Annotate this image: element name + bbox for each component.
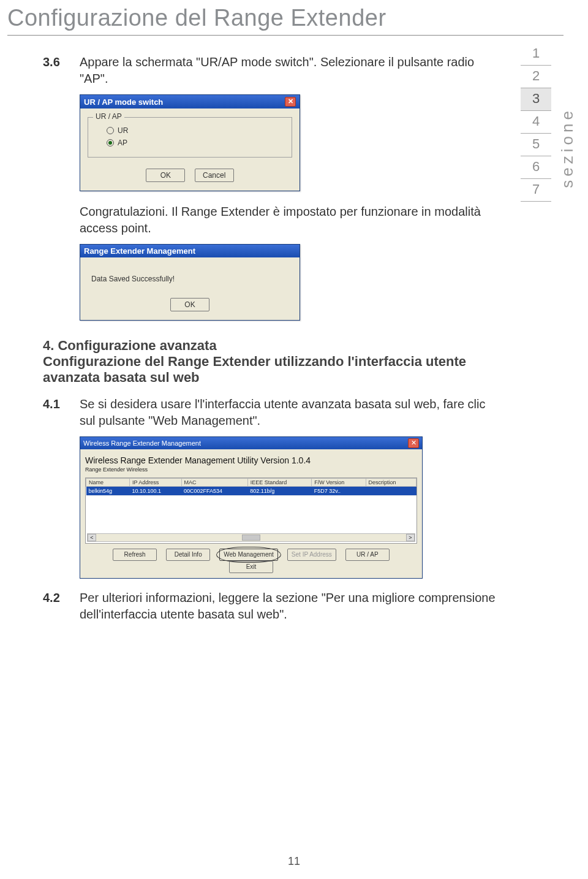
step-number: 3.6 bbox=[43, 54, 80, 87]
table-row[interactable]: belkin54g 10.10.100.1 00C002FFA534 802.1… bbox=[86, 486, 417, 495]
nav-4[interactable]: 4 bbox=[521, 111, 551, 134]
col-fw[interactable]: F/W Version bbox=[312, 478, 366, 486]
scroll-right-icon[interactable]: > bbox=[406, 534, 415, 541]
dialog-title: Range Extender Management bbox=[84, 246, 195, 256]
management-utility-window: Wireless Range Extender Management ✕ Wir… bbox=[80, 436, 423, 579]
window-title: Wireless Range Extender Management bbox=[83, 440, 201, 447]
web-management-button[interactable]: Web Management bbox=[219, 549, 278, 561]
radio-ur[interactable]: UR bbox=[107, 126, 285, 135]
scroll-left-icon[interactable]: < bbox=[88, 534, 96, 541]
radio-icon bbox=[107, 127, 114, 134]
nav-5[interactable]: 5 bbox=[521, 134, 551, 156]
nav-2[interactable]: 2 bbox=[521, 66, 551, 88]
close-icon[interactable]: ✕ bbox=[285, 97, 296, 107]
col-desc[interactable]: Description bbox=[366, 478, 416, 486]
col-mac[interactable]: MAC bbox=[181, 478, 247, 486]
scroll-thumb[interactable] bbox=[242, 535, 260, 541]
step-number: 4.2 bbox=[43, 590, 80, 623]
urap-dialog: UR / AP mode switch ✕ UR / AP UR AP OK C… bbox=[80, 94, 300, 191]
step-4-2: 4.2 Per ulteriori informazioni, leggere … bbox=[43, 590, 502, 623]
utility-version: Wireless Range Extender Management Utili… bbox=[85, 455, 417, 465]
ok-button[interactable]: OK bbox=[170, 298, 209, 311]
radio-icon bbox=[107, 139, 114, 146]
radio-ap[interactable]: AP bbox=[107, 139, 285, 147]
cancel-button[interactable]: Cancel bbox=[195, 169, 234, 182]
section-4-subheading: Configurazione del Range Extender utiliz… bbox=[0, 354, 588, 386]
dialog-title: UR / AP mode switch bbox=[84, 97, 163, 107]
utility-sublabel: Range Extender Wireless bbox=[85, 466, 417, 473]
radio-label: UR bbox=[118, 126, 128, 135]
col-ip[interactable]: IP Address bbox=[129, 478, 181, 486]
step-text: Per ulteriori informazioni, leggere la s… bbox=[80, 590, 502, 623]
step-text: Appare la schermata "UR/AP mode switch".… bbox=[80, 54, 502, 87]
detail-info-button[interactable]: Detail Info bbox=[166, 549, 210, 561]
step-number: 4.1 bbox=[43, 396, 80, 429]
page-number: 11 bbox=[0, 855, 588, 868]
section-4-heading: 4. Configurazione avanzata bbox=[0, 338, 588, 354]
congrats-text: Congratulazioni. Il Range Extender è imp… bbox=[43, 204, 502, 237]
horizontal-scrollbar[interactable]: < > bbox=[87, 533, 415, 542]
dialog-message: Data Saved Successfully! bbox=[88, 264, 292, 294]
set-ip-button: Set IP Address bbox=[287, 549, 336, 561]
col-name[interactable]: Name bbox=[86, 478, 130, 486]
radio-label: AP bbox=[118, 139, 127, 147]
nav-7[interactable]: 7 bbox=[521, 179, 551, 202]
group-legend: UR / AP bbox=[93, 112, 124, 121]
refresh-button[interactable]: Refresh bbox=[113, 549, 157, 561]
close-icon[interactable]: ✕ bbox=[408, 438, 419, 448]
ur-ap-button[interactable]: UR / AP bbox=[345, 549, 390, 561]
step-3-6: 3.6 Appare la schermata "UR/AP mode swit… bbox=[43, 54, 502, 87]
exit-button[interactable]: Exit bbox=[229, 561, 273, 573]
page-title: Configurazione del Range Extender bbox=[0, 0, 588, 35]
congrats-body: Congratulazioni. Il Range Extender è imp… bbox=[80, 204, 502, 237]
step-4-1: 4.1 Se si desidera usare l'l'interfaccia… bbox=[43, 396, 502, 429]
section-navigator: 1 2 3 4 5 6 7 bbox=[521, 43, 551, 202]
nav-1[interactable]: 1 bbox=[521, 43, 551, 66]
ok-button[interactable]: OK bbox=[146, 169, 185, 182]
device-grid: Name IP Address MAC IEEE Standard F/W Ve… bbox=[85, 478, 417, 544]
section-label: sezione bbox=[558, 107, 577, 188]
nav-3[interactable]: 3 bbox=[521, 88, 551, 111]
saved-dialog: Range Extender Management Data Saved Suc… bbox=[80, 244, 300, 321]
nav-6[interactable]: 6 bbox=[521, 156, 551, 179]
col-ieee[interactable]: IEEE Standard bbox=[247, 478, 311, 486]
step-text: Se si desidera usare l'l'interfaccia ute… bbox=[80, 396, 502, 429]
